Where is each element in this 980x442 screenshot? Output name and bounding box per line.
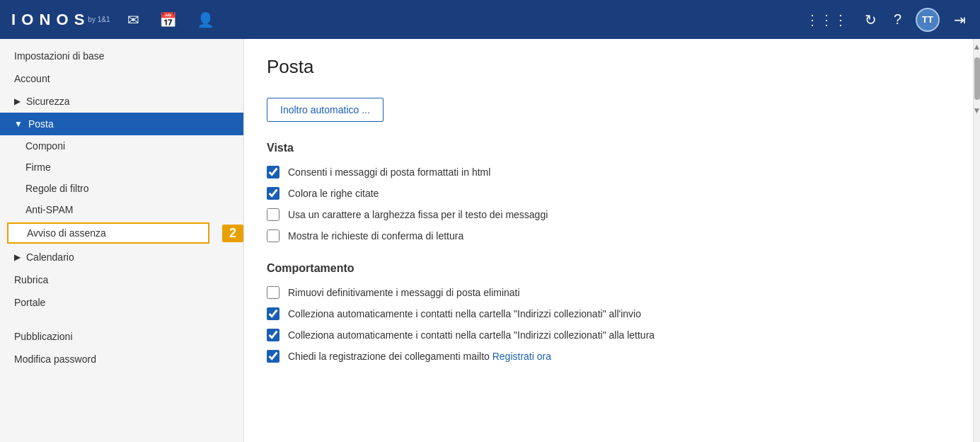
sidebar-item-sicurezza[interactable]: ▶ Sicurezza — [0, 90, 243, 113]
sidebar-item-rubrica[interactable]: Rubrica — [0, 268, 243, 291]
checkbox-row-mailto: Chiedi la registrazione dei collegamenti… — [267, 350, 950, 363]
checkbox-row-html: Consenti i messaggi di posta formattati … — [267, 166, 950, 178]
contacts-icon[interactable]: 👤 — [194, 8, 217, 31]
step-badge: 2 — [222, 225, 243, 242]
checkbox-rimuovi[interactable] — [267, 286, 279, 299]
checkbox-colleziona-invio-label[interactable]: Colleziona automaticamente i contatti ne… — [288, 308, 641, 319]
sidebar-item-impostazioni[interactable]: Impostazioni di base — [0, 45, 243, 67]
checkbox-colleziona-invio[interactable] — [267, 307, 279, 320]
registrati-link[interactable]: Registrati ora — [492, 351, 551, 362]
sidebar-item-portale[interactable]: Portale — [0, 291, 243, 314]
logo-text: I O N O S — [11, 11, 85, 29]
main-layout: Impostazioni di base Account ▶ Sicurezza… — [0, 39, 980, 442]
checkbox-row-conferma: Mostra le richieste di conferma di lettu… — [267, 230, 950, 242]
sidebar-item-modifica[interactable]: Modifica password — [0, 348, 243, 370]
sidebar-item-pubblicazioni[interactable]: Pubblicazioni — [0, 325, 243, 348]
sidebar-item-avviso[interactable]: Avviso di assenza — [7, 222, 209, 244]
scroll-up-arrow[interactable]: ▲ — [973, 42, 980, 52]
page-title: Posta — [267, 56, 950, 78]
sidebar-item-calendario[interactable]: ▶ Calendario — [0, 246, 243, 268]
topnav-right: ⋮⋮⋮ ↻ ? TT ⇥ — [802, 8, 969, 32]
checkbox-row-carattere: Usa un carattere a larghezza fissa per i… — [267, 208, 950, 221]
checkbox-html[interactable] — [267, 166, 279, 178]
checkbox-row-rimuovi: Rimuovi definitivamente i messaggi di po… — [267, 286, 950, 299]
checkbox-colleziona-lettura[interactable] — [267, 329, 279, 341]
main-content: Posta Inoltro automatico ... Vista Conse… — [244, 39, 973, 442]
checkbox-colleziona-lettura-label[interactable]: Colleziona automaticamente i contatti ne… — [288, 329, 655, 341]
help-icon[interactable]: ? — [891, 8, 904, 30]
checkbox-carattere-label[interactable]: Usa un carattere a larghezza fissa per i… — [288, 209, 548, 220]
checkbox-colora-label[interactable]: Colora le righe citate — [288, 188, 379, 199]
chevron-right-icon: ▶ — [14, 96, 21, 106]
sidebar-item-regole[interactable]: Regole di filtro — [0, 178, 243, 199]
section-title-comportamento: Comportamento — [267, 262, 950, 275]
sidebar-item-posta[interactable]: ▼ Posta — [0, 113, 243, 135]
apps-icon[interactable]: ⋮⋮⋮ — [802, 8, 851, 31]
top-navigation: I O N O S by 1&1 ✉ 📅 👤 ⋮⋮⋮ ↻ ? TT ⇥ — [0, 0, 980, 39]
checkbox-row-colleziona-lettura: Colleziona automaticamente i contatti ne… — [267, 329, 950, 341]
refresh-icon[interactable]: ↻ — [862, 8, 880, 31]
checkbox-carattere[interactable] — [267, 208, 279, 221]
sidebar-item-componi[interactable]: Componi — [0, 135, 243, 157]
chevron-right-icon-2: ▶ — [14, 252, 21, 262]
scroll-down-arrow[interactable]: ▼ — [973, 106, 980, 115]
checkbox-colora[interactable] — [267, 187, 279, 200]
checkbox-conferma[interactable] — [267, 230, 279, 242]
checkbox-conferma-label[interactable]: Mostra le richieste di conferma di lettu… — [288, 230, 463, 242]
checkbox-mailto-label[interactable]: Chiedi la registrazione dei collegamenti… — [288, 351, 551, 362]
scrollbar[interactable]: ▲ ▼ — [973, 39, 980, 442]
avatar[interactable]: TT — [916, 8, 940, 32]
checkbox-mailto[interactable] — [267, 350, 279, 363]
auto-forward-button[interactable]: Inoltro automatico ... — [267, 98, 384, 122]
calendar-icon[interactable]: 📅 — [156, 8, 180, 31]
checkbox-html-label[interactable]: Consenti i messaggi di posta formattati … — [288, 166, 490, 178]
chevron-down-icon: ▼ — [14, 119, 23, 129]
checkbox-rimuovi-label[interactable]: Rimuovi definitivamente i messaggi di po… — [288, 287, 520, 298]
section-title-vista: Vista — [267, 142, 950, 154]
checkbox-row-colleziona-invio: Colleziona automaticamente i contatti ne… — [267, 307, 950, 320]
checkbox-row-colora: Colora le righe citate — [267, 187, 950, 200]
sidebar-item-account[interactable]: Account — [0, 67, 243, 90]
sidebar: Impostazioni di base Account ▶ Sicurezza… — [0, 39, 244, 442]
sidebar-item-firme[interactable]: Firme — [0, 157, 243, 178]
topnav-left: I O N O S by 1&1 ✉ 📅 👤 — [11, 8, 217, 31]
sidebar-item-antispam[interactable]: Anti-SPAM — [0, 199, 243, 220]
scroll-thumb[interactable] — [974, 57, 980, 100]
mail-icon[interactable]: ✉ — [125, 8, 142, 31]
logout-icon[interactable]: ⇥ — [951, 8, 969, 31]
logo: I O N O S by 1&1 — [11, 11, 110, 29]
logo-by: by 1&1 — [88, 16, 110, 23]
